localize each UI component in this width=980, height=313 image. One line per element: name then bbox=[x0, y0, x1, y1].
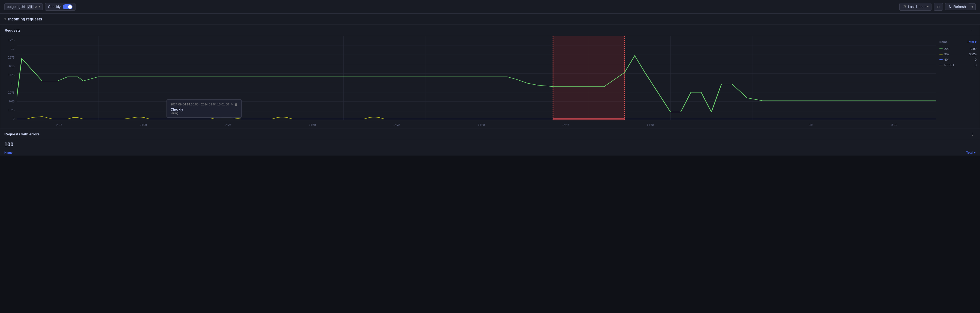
x-axis: 14:15 14:20 14:25 14:30 14:35 14:40 14:4… bbox=[17, 121, 936, 129]
y-label-9: 0 bbox=[5, 118, 14, 121]
legend-color-reset bbox=[939, 65, 943, 65]
x-label-1420: 14:20 bbox=[140, 123, 146, 126]
refresh-label: Refresh bbox=[953, 5, 966, 9]
x-label-1440: 14:40 bbox=[478, 123, 485, 126]
legend-name-200: 200 bbox=[944, 47, 949, 51]
requests-panel: Requests ⋮ 0.225 0.2 0.175 0.15 0.125 0.… bbox=[0, 25, 980, 129]
filter-dropdown-icon[interactable]: ▾ bbox=[39, 5, 40, 8]
legend-value-200: 9.90 bbox=[971, 47, 977, 51]
legend-color-200 bbox=[939, 48, 943, 49]
filter-label: outgoingUrl bbox=[7, 5, 25, 9]
toolbar-right: ⏱ Last 1 hour ▾ ⊖ ↻ Refresh ▾ bbox=[899, 3, 976, 11]
x-label-1435: 14:35 bbox=[393, 123, 400, 126]
filter-close-icon[interactable]: × bbox=[35, 5, 37, 9]
legend-name-reset: RESET bbox=[944, 64, 955, 67]
y-label-2: 0.175 bbox=[5, 56, 14, 59]
clock-icon: ⏱ bbox=[902, 5, 906, 9]
y-label-1: 0.2 bbox=[5, 48, 14, 51]
legend-value-404: 0 bbox=[975, 58, 977, 61]
x-label-1415: 14:15 bbox=[55, 123, 62, 126]
errors-panel: Requests with errors ⋮ 100 Name Total ▾ bbox=[0, 129, 980, 156]
errors-panel-header: Requests with errors ⋮ bbox=[0, 129, 980, 139]
chart-svg bbox=[17, 36, 936, 121]
requests-panel-menu-button[interactable]: ⋮ bbox=[969, 28, 975, 33]
legend-item-302: 302 0.229 bbox=[939, 52, 977, 56]
errors-total-label[interactable]: Total ▾ bbox=[966, 151, 976, 154]
y-label-6: 0.075 bbox=[5, 91, 14, 94]
legend-item-404: 404 0 bbox=[939, 58, 977, 61]
requests-panel-title: Requests bbox=[5, 28, 21, 32]
y-label-7: 0.05 bbox=[5, 100, 14, 103]
y-label-8: 0.025 bbox=[5, 109, 14, 112]
time-selector[interactable]: ⏱ Last 1 hour ▾ bbox=[899, 3, 931, 11]
time-dropdown-icon[interactable]: ▾ bbox=[927, 5, 929, 8]
filter-bar: outgoingUrl All × ▾ Checkly bbox=[4, 3, 75, 11]
error-value: 100 bbox=[0, 139, 980, 150]
y-label-5: 0.1 bbox=[5, 83, 14, 86]
errors-name-label: Name bbox=[4, 151, 13, 154]
zoom-icon: ⊖ bbox=[937, 5, 940, 9]
legend-value-302: 0.229 bbox=[969, 52, 977, 56]
chart-legend: Name Total ▾ 200 9.90 302 0.229 bbox=[936, 36, 980, 129]
x-label-1430: 14:30 bbox=[309, 123, 316, 126]
errors-legend-header: Name Total ▾ bbox=[0, 150, 980, 156]
checkly-toggle[interactable] bbox=[63, 4, 73, 9]
x-label-1425: 14:25 bbox=[224, 123, 231, 126]
top-bar: outgoingUrl All × ▾ Checkly ⏱ Last 1 hou… bbox=[0, 0, 980, 14]
collapse-icon[interactable]: ▾ bbox=[4, 17, 6, 21]
legend-name-label: Name bbox=[939, 40, 948, 44]
refresh-icon: ↻ bbox=[949, 5, 951, 9]
errors-panel-menu-button[interactable]: ⋮ bbox=[970, 132, 976, 136]
legend-color-302 bbox=[939, 54, 943, 54]
errors-panel-title: Requests with errors bbox=[4, 132, 40, 136]
x-label-1500: 15: bbox=[809, 123, 813, 126]
legend-header: Name Total ▾ bbox=[939, 40, 977, 44]
incoming-requests-section: ▾ Incoming requests bbox=[0, 14, 980, 25]
requests-panel-header: Requests ⋮ bbox=[0, 25, 980, 36]
requests-chart-container: 0.225 0.2 0.175 0.15 0.125 0.1 0.075 0.0… bbox=[0, 36, 980, 129]
section-title: Incoming requests bbox=[8, 17, 42, 21]
legend-value-reset: 0 bbox=[975, 64, 977, 67]
legend-total-label[interactable]: Total ▾ bbox=[967, 40, 977, 44]
outgoing-url-filter[interactable]: outgoingUrl All × ▾ bbox=[4, 3, 43, 10]
x-label-1445: 14:45 bbox=[562, 123, 569, 126]
legend-item-reset: RESET 0 bbox=[939, 64, 977, 67]
svg-rect-20 bbox=[553, 36, 624, 121]
y-axis: 0.225 0.2 0.175 0.15 0.125 0.1 0.075 0.0… bbox=[0, 36, 17, 129]
time-label: Last 1 hour bbox=[908, 5, 926, 9]
filter-badge: All bbox=[27, 5, 33, 9]
legend-name-302: 302 bbox=[944, 52, 949, 56]
y-label-4: 0.125 bbox=[5, 73, 14, 76]
refresh-dropdown[interactable]: ▾ bbox=[969, 3, 976, 10]
x-label-1510: 15:10 bbox=[890, 123, 897, 126]
legend-item-200: 200 9.90 bbox=[939, 47, 977, 51]
checkly-filter[interactable]: Checkly bbox=[45, 3, 75, 11]
legend-name-404: 404 bbox=[944, 58, 949, 61]
x-label-1450: 14:50 bbox=[647, 123, 654, 126]
chart-main[interactable]: 14:15 14:20 14:25 14:30 14:35 14:40 14:4… bbox=[17, 36, 936, 129]
refresh-button[interactable]: ↻ Refresh bbox=[945, 3, 969, 10]
line-302 bbox=[17, 117, 936, 119]
y-label-3: 0.15 bbox=[5, 65, 14, 68]
zoom-button[interactable]: ⊖ bbox=[934, 3, 943, 11]
legend-color-404 bbox=[939, 59, 943, 60]
checkly-label: Checkly bbox=[48, 5, 60, 9]
y-label-0: 0.225 bbox=[5, 39, 14, 42]
